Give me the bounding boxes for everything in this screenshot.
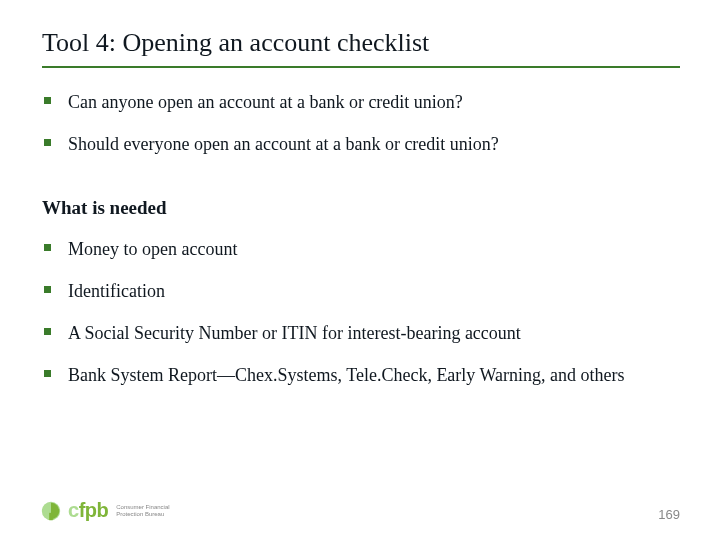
cfpb-logo-fullname: Consumer Financial Protection Bureau xyxy=(116,504,169,517)
question-list: Can anyone open an account at a bank or … xyxy=(42,90,680,157)
cfpb-logo-icon xyxy=(40,500,62,522)
logo-abbr-rest: fpb xyxy=(79,499,109,521)
title-underline xyxy=(42,66,680,68)
logo-abbr-c: c xyxy=(68,499,79,521)
slide-title: Tool 4: Opening an account checklist xyxy=(42,28,680,58)
list-item: A Social Security Number or ITIN for int… xyxy=(42,321,680,345)
list-item: Should everyone open an account at a ban… xyxy=(42,132,680,156)
cfpb-logo: cfpb Consumer Financial Protection Burea… xyxy=(40,499,170,522)
list-item: Can anyone open an account at a bank or … xyxy=(42,90,680,114)
section-subhead: What is needed xyxy=(42,197,680,219)
slide: Tool 4: Opening an account checklist Can… xyxy=(0,0,720,540)
list-item: Bank System Report—Chex.Systems, Tele.Ch… xyxy=(42,363,680,387)
list-item: Identification xyxy=(42,279,680,303)
cfpb-logo-abbr: cfpb xyxy=(68,499,108,522)
logo-name-line2: Protection Bureau xyxy=(116,511,169,518)
needed-list: Money to open account Identification A S… xyxy=(42,237,680,388)
page-number: 169 xyxy=(658,507,680,522)
svg-rect-1 xyxy=(49,512,53,519)
list-item: Money to open account xyxy=(42,237,680,261)
footer: cfpb Consumer Financial Protection Burea… xyxy=(40,499,680,522)
logo-name-line1: Consumer Financial xyxy=(116,504,169,511)
